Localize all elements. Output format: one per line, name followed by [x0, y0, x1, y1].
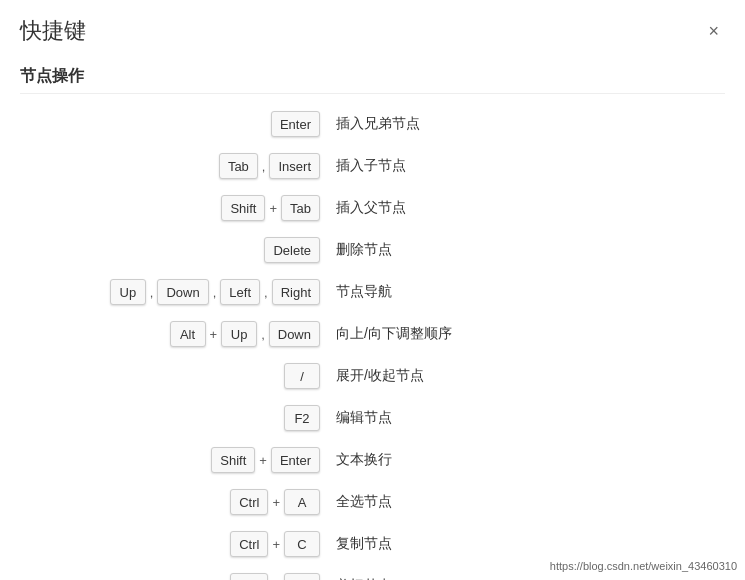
key-separator: + [210, 327, 218, 342]
keyboard-key: Ctrl [230, 573, 268, 580]
keys-area: Ctrl+A [20, 489, 320, 515]
keyboard-key: Tab [281, 195, 320, 221]
keyboard-key: Tab [219, 153, 258, 179]
key-separator: , [262, 159, 266, 174]
shortcut-row: Delete删除节点 [20, 234, 725, 266]
keys-area: Ctrl+C [20, 531, 320, 557]
keyboard-key: / [284, 363, 320, 389]
keys-area: Enter [20, 111, 320, 137]
keyboard-key: Down [157, 279, 208, 305]
shortcut-description: 节点导航 [336, 283, 392, 301]
modal-title: 快捷键 [20, 16, 86, 46]
key-separator: + [259, 453, 267, 468]
keyboard-key: Alt [170, 321, 206, 347]
keyboard-key: Down [269, 321, 320, 347]
key-separator: , [261, 327, 265, 342]
shortcut-description: 全选节点 [336, 493, 392, 511]
keyboard-key: Insert [269, 153, 320, 179]
shortcuts-list: Enter插入兄弟节点Tab,Insert插入子节点Shift+Tab插入父节点… [20, 108, 725, 580]
keys-area: / [20, 363, 320, 389]
keyboard-key: Left [220, 279, 260, 305]
key-separator: + [269, 201, 277, 216]
modal: 快捷键 × 节点操作 Enter插入兄弟节点Tab,Insert插入子节点Shi… [0, 0, 745, 580]
keyboard-key: Right [272, 279, 320, 305]
keyboard-key: Ctrl [230, 489, 268, 515]
key-separator: , [213, 285, 217, 300]
keys-area: Delete [20, 237, 320, 263]
shortcut-description: 文本换行 [336, 451, 392, 469]
shortcut-row: Enter插入兄弟节点 [20, 108, 725, 140]
shortcut-description: 插入兄弟节点 [336, 115, 420, 133]
shortcut-row: Shift+Enter文本换行 [20, 444, 725, 476]
modal-header: 快捷键 × [0, 0, 745, 56]
key-separator: + [272, 495, 280, 510]
keyboard-key: Shift [221, 195, 265, 221]
keyboard-key: A [284, 489, 320, 515]
close-button[interactable]: × [702, 20, 725, 42]
keys-area: F2 [20, 405, 320, 431]
keyboard-key: Enter [271, 111, 320, 137]
keys-area: Up,Down,Left,Right [20, 279, 320, 305]
modal-body: 节点操作 Enter插入兄弟节点Tab,Insert插入子节点Shift+Tab… [0, 56, 745, 580]
section-title: 节点操作 [20, 66, 725, 94]
keyboard-key: Up [221, 321, 257, 347]
keys-area: Ctrl+X [20, 573, 320, 580]
key-separator: , [264, 285, 268, 300]
shortcut-row: Ctrl+C复制节点 [20, 528, 725, 560]
keyboard-key: F2 [284, 405, 320, 431]
shortcut-row: Ctrl+A全选节点 [20, 486, 725, 518]
shortcut-description: 插入父节点 [336, 199, 406, 217]
keyboard-key: Delete [264, 237, 320, 263]
shortcut-row: Tab,Insert插入子节点 [20, 150, 725, 182]
shortcut-description: 向上/向下调整顺序 [336, 325, 452, 343]
shortcut-row: Up,Down,Left,Right节点导航 [20, 276, 725, 308]
keys-area: Shift+Tab [20, 195, 320, 221]
shortcut-description: 编辑节点 [336, 409, 392, 427]
keyboard-key: X [284, 573, 320, 580]
shortcut-description: 复制节点 [336, 535, 392, 553]
keyboard-key: Shift [211, 447, 255, 473]
shortcut-description: 展开/收起节点 [336, 367, 424, 385]
shortcut-row: /展开/收起节点 [20, 360, 725, 392]
keys-area: Shift+Enter [20, 447, 320, 473]
shortcut-description: 删除节点 [336, 241, 392, 259]
shortcut-row: F2编辑节点 [20, 402, 725, 434]
key-separator: , [150, 285, 154, 300]
keys-area: Tab,Insert [20, 153, 320, 179]
watermark: https://blog.csdn.net/weixin_43460310 [550, 560, 737, 572]
shortcut-description: 插入子节点 [336, 157, 406, 175]
key-separator: + [272, 537, 280, 552]
shortcut-row: Shift+Tab插入父节点 [20, 192, 725, 224]
keyboard-key: Enter [271, 447, 320, 473]
keyboard-key: C [284, 531, 320, 557]
keyboard-key: Ctrl [230, 531, 268, 557]
keys-area: Alt+Up,Down [20, 321, 320, 347]
shortcut-row: Alt+Up,Down向上/向下调整顺序 [20, 318, 725, 350]
keyboard-key: Up [110, 279, 146, 305]
